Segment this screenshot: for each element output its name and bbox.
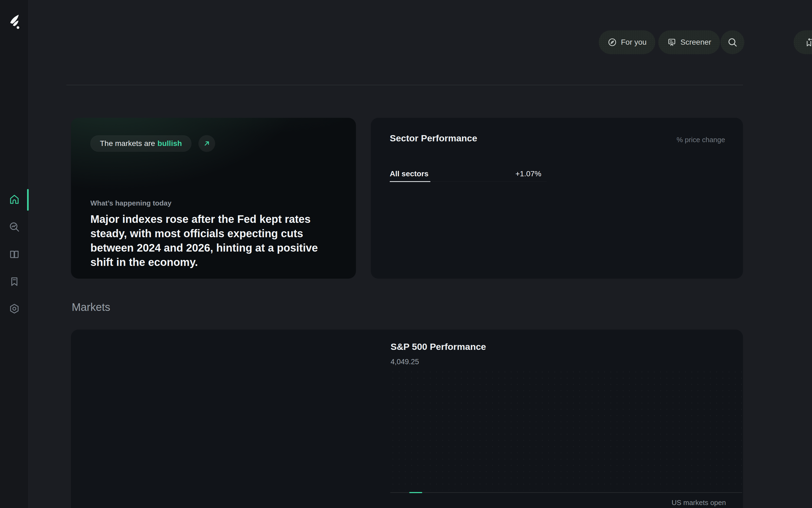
market-status: US markets open xyxy=(672,499,726,507)
sidebar-item-market-search[interactable] xyxy=(0,216,29,238)
chart-current-value: 4,049.25 xyxy=(391,358,419,366)
markets-heading: Markets xyxy=(72,301,110,313)
sidebar xyxy=(0,0,29,508)
sentiment-pill-highlight: bullish xyxy=(157,139,182,148)
sp500-chart[interactable] xyxy=(390,369,744,490)
daily-headline[interactable]: Major indexes rose after the Fed kept ra… xyxy=(90,212,342,269)
trend-search-icon xyxy=(9,221,20,232)
search-button[interactable] xyxy=(721,30,744,54)
home-icon xyxy=(9,194,20,205)
sentiment-pill-text: The markets are xyxy=(100,139,155,148)
sentiment-open-button[interactable] xyxy=(198,135,215,152)
book-icon xyxy=(9,249,20,260)
sector-change: +1.07% xyxy=(515,170,547,178)
app-logo[interactable] xyxy=(8,14,21,29)
compass-icon xyxy=(607,37,617,47)
bookmark-icon xyxy=(9,276,20,287)
whats-happening-label: What’s happening today xyxy=(90,199,171,207)
sector-performance-card: Sector Performance % price change All se… xyxy=(371,118,743,279)
hexagon-settings-icon xyxy=(9,303,20,314)
screener-board-icon xyxy=(667,37,677,47)
sidebar-item-settings[interactable] xyxy=(0,298,29,320)
sidebar-item-library[interactable] xyxy=(0,244,29,265)
chart-title: S&P 500 Performance xyxy=(391,341,486,352)
sentiment-pill: The markets are bullish xyxy=(90,135,191,152)
screener-button[interactable]: Screener xyxy=(658,30,720,54)
sector-performance-title: Sector Performance xyxy=(390,133,477,143)
sector-label: All sectors xyxy=(390,170,428,178)
bookmark-arrow-icon xyxy=(804,37,812,47)
app-root: For you Screener The markets are bullish… xyxy=(0,0,812,508)
markets-card: S&P 500 Performance 4,049.25 US markets … xyxy=(71,330,743,508)
arrow-up-right-icon xyxy=(203,139,211,147)
market-sentiment-card: The markets are bullish What’s happening… xyxy=(71,118,356,279)
sector-row-all[interactable]: All sectors +1.07% xyxy=(390,166,547,182)
price-change-note: % price change xyxy=(677,136,725,144)
header-divider xyxy=(66,85,743,85)
saved-items-button[interactable] xyxy=(794,30,812,54)
search-icon xyxy=(727,37,737,47)
for-you-button[interactable]: For you xyxy=(599,30,655,54)
sidebar-item-bookmarks[interactable] xyxy=(0,271,29,292)
screener-label: Screener xyxy=(680,38,711,47)
all-sectors-underline xyxy=(390,181,431,182)
for-you-label: For you xyxy=(621,38,647,47)
active-range-indicator xyxy=(409,492,422,493)
sector-column-left: All sectors +1.07% xyxy=(390,166,547,182)
chart-axis-line xyxy=(390,492,742,493)
sidebar-item-home[interactable] xyxy=(0,189,29,210)
